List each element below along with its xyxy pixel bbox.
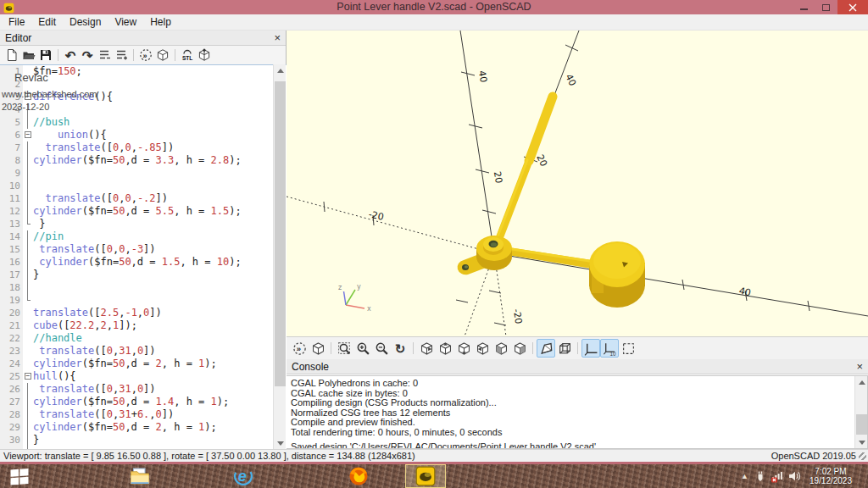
close-button[interactable] <box>837 0 868 14</box>
code-line: 28 translate([0,31+6.,0]) <box>0 408 287 421</box>
fold-marker <box>23 180 33 192</box>
indent-icon[interactable] <box>113 47 130 64</box>
zoom-out-icon[interactable] <box>372 339 391 358</box>
code-line: 4 <box>0 103 287 116</box>
close-icon <box>849 3 857 12</box>
console-scrollbar-thumb[interactable] <box>856 414 867 435</box>
view-left-icon[interactable] <box>473 339 492 358</box>
code-text: } <box>33 218 45 230</box>
menu-view[interactable]: View <box>108 15 143 29</box>
show-axes-icon[interactable] <box>581 339 600 358</box>
preview-icon[interactable]: » <box>290 339 309 358</box>
code-line: 24cylinder($fn=50,d = 2, h = 1); <box>0 358 287 370</box>
new-file-icon[interactable] <box>3 47 20 64</box>
svg-text:»: » <box>296 344 300 353</box>
menu-help[interactable]: Help <box>143 15 178 29</box>
scroll-up-icon[interactable] <box>855 376 868 388</box>
view-top-icon[interactable] <box>436 339 454 358</box>
fold-marker[interactable]: − <box>23 129 33 141</box>
scroll-down-icon[interactable] <box>855 436 868 448</box>
minimize-button[interactable] <box>793 0 814 14</box>
taskbar-start-icon[interactable] <box>7 466 32 486</box>
3d-viewport[interactable]: 40204020-2040-20 <box>287 30 868 336</box>
line-number: 24 <box>0 358 23 370</box>
show-edges-icon[interactable] <box>619 339 637 358</box>
fold-marker <box>23 116 33 129</box>
line-number: 27 <box>0 396 23 408</box>
fold-marker <box>23 230 33 243</box>
scroll-down-icon[interactable] <box>274 437 287 449</box>
scroll-up-icon[interactable] <box>274 64 287 76</box>
code-line: 16 cylinder($fn=50,d = 1.5, h = 10); <box>0 256 287 269</box>
view-orthogonal-icon[interactable] <box>555 339 574 358</box>
svg-text:e: e <box>238 468 247 485</box>
view-right-icon[interactable] <box>417 339 436 358</box>
fold-marker <box>23 218 33 230</box>
lever-model <box>458 97 645 308</box>
fold-marker[interactable]: − <box>23 91 33 103</box>
network-icon[interactable] <box>771 469 784 483</box>
handle-rod-tip <box>529 97 553 161</box>
code-text: //handle <box>33 332 82 345</box>
reset-view-icon[interactable]: ↻ <box>391 339 409 358</box>
system-tray: ▲ 7:02 PM 19/12/2023 <box>739 464 868 488</box>
menu-edit[interactable]: Edit <box>31 15 63 29</box>
view-perspective-icon[interactable] <box>537 339 555 358</box>
maximize-button[interactable] <box>815 0 836 14</box>
taskbar-internet-explorer-icon[interactable]: e <box>231 466 256 486</box>
save-icon[interactable] <box>37 47 54 64</box>
volume-icon[interactable] <box>787 469 801 483</box>
line-number: 11 <box>0 192 23 205</box>
unindent-icon[interactable] <box>96 47 113 64</box>
line-number: 3 <box>0 91 23 103</box>
view-back-icon[interactable] <box>510 339 529 358</box>
fold-marker <box>23 281 33 294</box>
fold-marker[interactable]: − <box>23 370 33 383</box>
export-stl-icon[interactable]: STL <box>179 47 196 64</box>
code-text: cylinder($fn=50,d = 1.4, h = 1); <box>33 396 229 408</box>
resize-grip[interactable] <box>859 452 866 460</box>
power-icon[interactable] <box>754 469 767 483</box>
line-number: 16 <box>0 256 23 269</box>
zoom-all-icon[interactable] <box>335 339 353 358</box>
title-bar: Point Lever handle V2.scad - OpenSCAD <box>0 0 868 14</box>
view-front-icon[interactable] <box>492 339 510 358</box>
hidden-icons-arrow-icon[interactable]: ▲ <box>741 472 748 480</box>
clock-date: 19/12/2023 <box>810 476 852 485</box>
code-line: 10 <box>0 180 287 192</box>
tick-label: -20 <box>368 208 385 222</box>
open-file-icon[interactable] <box>20 47 37 64</box>
console-title: Console <box>292 361 856 373</box>
viewport-toolbar: »↻10 <box>287 336 868 359</box>
code-text: translate([0,0,-.85]) <box>33 141 174 154</box>
tick-label: 20 <box>492 170 504 184</box>
y-axis-indicator <box>346 290 355 305</box>
fold-marker <box>23 383 33 396</box>
code-text: //pin <box>33 230 64 243</box>
render-icon[interactable] <box>309 339 327 358</box>
export-image-icon[interactable] <box>196 47 213 64</box>
editor-scrollbar[interactable] <box>273 64 286 449</box>
editor-scrollbar-thumb[interactable] <box>275 81 286 386</box>
x-axis-label: x <box>367 305 371 313</box>
zoom-in-icon[interactable] <box>353 339 372 358</box>
show-scale-markers-icon[interactable]: 10 <box>600 339 619 358</box>
code-editor[interactable]: 1$fn=150;23−difference(){45//bush6− unio… <box>0 64 287 449</box>
taskbar-clock[interactable]: 7:02 PM 19/12/2023 <box>810 467 852 485</box>
taskbar-file-explorer-icon[interactable] <box>127 466 153 486</box>
taskbar-firefox-icon[interactable] <box>346 466 371 486</box>
render-icon[interactable] <box>154 47 171 64</box>
undo-icon[interactable]: ↶ <box>62 47 79 64</box>
console-close-icon[interactable]: × <box>856 362 863 372</box>
console-output: CGAL Polyhedrons in cache: 0CGAL cache s… <box>287 375 868 449</box>
menu-design[interactable]: Design <box>63 15 108 29</box>
taskbar-openscad-active[interactable] <box>405 464 446 488</box>
code-line: 6− union(){ <box>0 129 287 141</box>
editor-close-icon[interactable]: × <box>274 33 281 43</box>
console-scrollbar[interactable] <box>854 376 867 448</box>
redo-icon[interactable]: ↷ <box>79 47 96 64</box>
preview-icon[interactable]: » <box>137 47 154 64</box>
menu-file[interactable]: File <box>2 15 31 29</box>
fold-marker <box>23 358 33 370</box>
view-bottom-icon[interactable] <box>454 339 473 358</box>
